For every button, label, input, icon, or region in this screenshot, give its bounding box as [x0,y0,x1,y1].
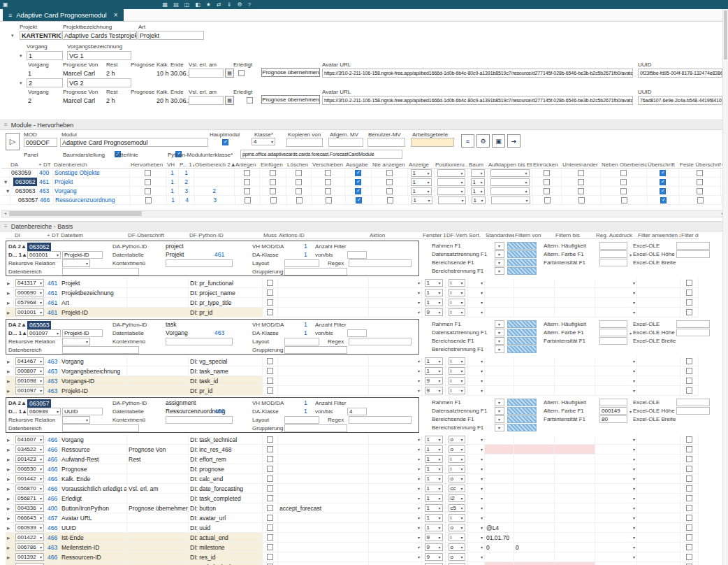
verh-dropdown[interactable]: i▾ [449,387,465,394]
baum-dropdown[interactable]: ▾ [471,169,485,177]
bereichstrennung-color-field[interactable] [507,267,537,275]
untereinander-checkbox[interactable] [578,179,584,185]
anlegen-checkbox[interactable] [245,197,251,203]
art-cell[interactable]: Projekt [138,31,204,40]
sort-dropdown-icon[interactable]: ▾ [481,545,483,550]
dataitem-row[interactable]: ▸057814▾466Vorgang gesperrtDI: task_lock… [6,562,728,565]
anzeige-dropdown[interactable]: 1▾ [411,187,432,195]
vorgang2-prognose-uebernehmen-button[interactable]: Prognose übernehmen [261,95,320,104]
datensatztrennung-color-field[interactable] [507,250,537,258]
deak-checkbox[interactable] [686,299,692,306]
rahmen-color-field[interactable] [507,242,537,250]
muss-checkbox[interactable] [267,368,273,374]
baum-dropdown[interactable]: 1▾ [471,187,485,195]
fen-dropdown[interactable]: 1▾ [425,299,443,306]
settings-icon[interactable]: ⚙ [237,0,242,9]
excel-ole-field[interactable] [676,320,710,328]
dataitem-row[interactable]: ▸001392▾466Ressourcen-IDDI: res_id▾9▾o▾▾… [6,552,728,562]
altern-farbe-field[interactable]: 000149 [599,407,627,415]
nie-checkbox[interactable] [386,179,393,185]
loeschen-checkbox[interactable] [296,170,302,176]
di-id-dropdown[interactable]: 000807▾ [15,367,44,375]
star-icon[interactable]: ★ [206,0,211,9]
muss-checkbox[interactable] [267,436,273,443]
datensatztrennung-color-field[interactable] [507,329,537,336]
deak-checkbox[interactable] [686,280,692,286]
vorgang1-vsl-field[interactable] [189,69,224,78]
bereichsende-color-field[interactable] [507,415,537,423]
verh-dropdown[interactable]: o▾ [449,524,465,531]
rahmen-dropdown[interactable]: ▾ [495,320,504,328]
untereinander-checkbox[interactable] [578,197,585,203]
chevron-down-icon[interactable]: ▾ [629,252,632,257]
aufkl-dropdown[interactable]: ▾ [490,169,530,177]
di-name-field[interactable]: UUID [62,408,103,415]
expand-icon[interactable]: ▸ [6,308,14,317]
herv-checkbox[interactable] [145,188,151,194]
verschieben-checkbox[interactable] [326,197,332,203]
swap-icon[interactable]: ⇄ [217,0,221,9]
anzeige-dropdown[interactable]: 1▾ [411,169,432,177]
da-id-chip[interactable]: 063062 [27,243,51,251]
aktion-dropdown-icon[interactable]: ▾ [418,290,420,295]
deak-checkbox[interactable] [686,534,692,541]
expand-icon[interactable]: ▸ [6,435,14,445]
feste-checkbox[interactable] [697,188,703,194]
tab-adaptive-card-prognosemodul[interactable]: ≡ Adaptive Card Prognosemodul × [3,9,124,21]
fen-dropdown[interactable]: 1▾ [425,445,443,453]
fen-dropdown[interactable]: 1▾ [425,367,443,375]
verh-dropdown[interactable]: i▾ [449,299,465,306]
aktion-dropdown-icon[interactable]: ▾ [418,310,420,315]
deak-checkbox[interactable] [686,475,692,482]
deak-checkbox[interactable] [686,466,692,472]
fen-dropdown[interactable]: 9▾ [425,553,443,561]
download-icon[interactable]: ⇓ [227,0,232,9]
fen-dropdown[interactable]: 1▾ [425,357,443,365]
di-id-dropdown[interactable]: 056871▾ [15,494,44,502]
verschieben-checkbox[interactable] [325,170,331,176]
vorgang2-vsl-field[interactable] [189,96,224,105]
sort-dropdown-icon[interactable]: ▾ [481,280,483,285]
app-icon[interactable]: ▣ [3,0,8,9]
deak-checkbox[interactable] [686,485,692,492]
basis-section-header[interactable]: ≡ Datenbereiche - Basis [0,221,728,231]
verh-dropdown[interactable]: i▾ [449,367,465,375]
muss-checkbox[interactable] [267,309,273,315]
module-table-row[interactable]: ▾063063463Vorgang1321▾▾1▾▾ [1,187,728,196]
dataitem-row[interactable]: ▸006786▾463Meilenstein-IDDI: milestone▾9… [6,543,728,552]
aktion-dropdown-icon[interactable]: ▾ [418,476,420,481]
dataitem-row[interactable]: ▸000690▾461ProjektbezeichnungDI: project… [6,288,728,298]
di-id-dropdown[interactable]: 001392▾ [15,553,44,561]
verschieben-checkbox[interactable] [325,188,331,194]
sort-dropdown-icon[interactable]: ▾ [481,486,483,491]
fen-dropdown[interactable]: 9▾ [425,387,443,394]
dataitem-row[interactable]: ▸001001▾461Projekt-IDDI: pr_id▾9▾i▾▾▾ [6,308,728,317]
help-icon[interactable]: ? [248,0,251,9]
anzeige-dropdown[interactable]: 1▾ [411,178,432,186]
modul-field[interactable]: Adaptive Card Prognosemodul [60,138,208,147]
neben-checkbox[interactable] [620,170,627,176]
kontextmenue-field[interactable] [166,416,233,424]
expand-icon[interactable]: ▸ [6,494,14,503]
vorgang1-calendar-icon[interactable]: ▦ [225,69,234,78]
nie-checkbox[interactable] [386,170,393,176]
fen-dropdown[interactable]: 1▾ [425,504,443,512]
vorgang2-erledigt-checkbox[interactable] [247,97,253,103]
vertical-scrollbar[interactable] [722,9,728,565]
excel-ole-field[interactable] [676,242,710,250]
reg-dropdown-icon[interactable]: ▾ [633,486,635,491]
einfuegen-checkbox[interactable] [270,197,277,203]
neben-checkbox[interactable] [621,197,627,203]
sort-dropdown-icon[interactable]: ▾ [481,300,483,305]
vorgang2-uuid-field[interactable]: 76ad8107-6e9e-2c4a-b548-4419f84105e1 [638,96,722,105]
aktion-dropdown-icon[interactable]: ▾ [418,280,420,285]
layout-field[interactable] [284,416,319,424]
muss-checkbox[interactable] [267,280,273,286]
reg-dropdown-icon[interactable]: ▾ [633,515,635,520]
di-id-dropdown[interactable]: 001098▾ [15,377,44,385]
reg-dropdown-icon[interactable]: ▾ [633,457,635,462]
dataitem-row[interactable]: ▸001423▾466Aufwand-RestRestDI: effort_re… [6,455,728,464]
fen-dropdown[interactable]: 9▾ [425,543,443,551]
verh-dropdown[interactable]: i▾ [449,279,465,287]
python-unterklasse-field[interactable]: ppms.office.adaptivecards.cards.forecast… [240,150,402,159]
